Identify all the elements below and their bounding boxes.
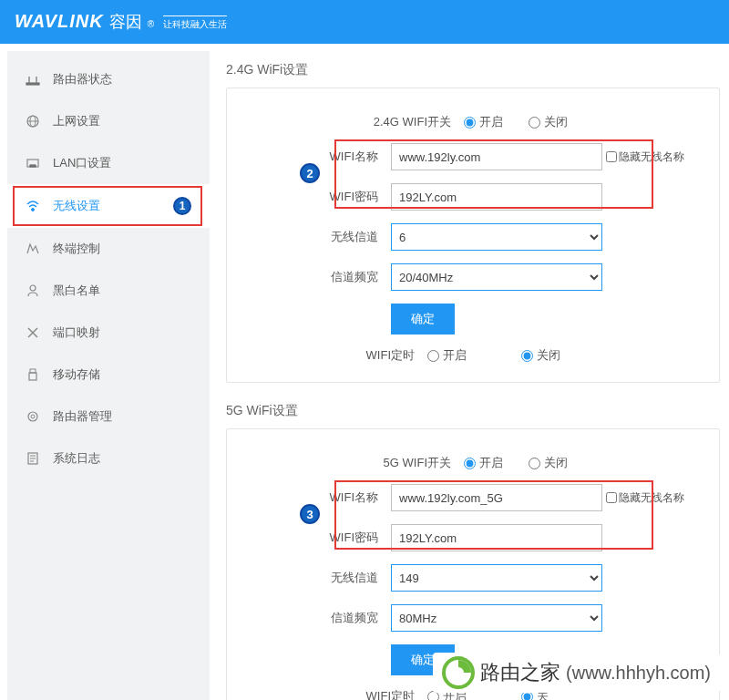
label-24g-channel: 无线信道 <box>227 229 391 245</box>
user-icon <box>26 283 40 298</box>
watermark-text: 路由之家 <box>480 659 560 686</box>
lan-icon <box>26 156 40 170</box>
label-5g-timer: WIFI定时 <box>227 688 427 700</box>
watermark-icon <box>442 656 475 689</box>
input-5g-pwd[interactable] <box>391 524 602 551</box>
sidebar-item-lan[interactable]: LAN口设置 <box>7 142 210 184</box>
svg-rect-13 <box>29 373 36 380</box>
label-24g-switch: 2.4G WIFI开关 <box>227 114 464 130</box>
router-status-icon <box>26 72 40 87</box>
radio-24g-off[interactable]: 关闭 <box>529 114 568 130</box>
sidebar-label: 端口映射 <box>53 324 100 341</box>
svg-rect-0 <box>26 83 39 85</box>
label-5g-pwd: WIFI密码 <box>227 530 391 546</box>
sidebar-label: 路由器状态 <box>53 71 112 88</box>
input-24g-name[interactable] <box>391 143 602 170</box>
radio-24g-timer-off[interactable]: 关闭 <box>521 347 560 364</box>
sidebar-item-wan[interactable]: 上网设置 <box>7 100 210 142</box>
radio-5g-on[interactable]: 开启 <box>464 455 503 471</box>
label-5g-switch: 5G WIFI开关 <box>227 455 464 471</box>
svg-point-15 <box>31 415 35 418</box>
sidebar-label: 系统日志 <box>53 450 100 467</box>
header: WAVLINK 容因 ® 让科技融入生活 <box>0 0 729 44</box>
label-24g-pwd: WIFI密码 <box>227 189 391 205</box>
button-24g-confirm[interactable]: 确定 <box>391 304 455 335</box>
svg-rect-12 <box>30 369 36 373</box>
radio-24g-on[interactable]: 开启 <box>464 114 503 130</box>
tools-icon <box>26 325 40 340</box>
sidebar-label: 路由器管理 <box>53 408 112 425</box>
sidebar-label: LAN口设置 <box>53 155 111 171</box>
globe-icon <box>26 114 40 129</box>
sidebar-item-clients[interactable]: 终端控制 <box>7 228 210 270</box>
registered-icon: ® <box>148 19 154 29</box>
checkbox-24g-hide[interactable]: 隐藏无线名称 <box>606 149 684 165</box>
radio-5g-off[interactable]: 关闭 <box>529 455 568 471</box>
svg-point-9 <box>30 285 36 291</box>
label-24g-timer: WIFI定时 <box>227 347 427 364</box>
highlight-box <box>13 186 202 226</box>
checkbox-5g-hide[interactable]: 隐藏无线名称 <box>606 490 684 506</box>
sidebar: 路由器状态 上网设置 LAN口设置 无线设置 1 终端控制 黑白名单 端口映射 <box>7 51 210 700</box>
sidebar-label: 上网设置 <box>53 113 100 129</box>
label-5g-channel: 无线信道 <box>227 570 391 586</box>
brand-cn: 容因 <box>109 11 142 33</box>
label-5g-bw: 信道频宽 <box>227 610 391 626</box>
sidebar-item-storage[interactable]: 移动存储 <box>7 354 210 396</box>
annotation-badge-2: 2 <box>300 163 320 183</box>
label-24g-bw: 信道频宽 <box>227 269 391 285</box>
sidebar-item-status[interactable]: 路由器状态 <box>7 58 210 100</box>
section-title-5g: 5G WiFi设置 <box>226 403 720 419</box>
watermark: 路由之家 (www.hhhyh.com) <box>433 653 720 693</box>
section-title-24g: 2.4G WiFi设置 <box>226 62 720 78</box>
sidebar-item-wireless[interactable]: 无线设置 1 <box>7 184 210 228</box>
sidebar-label: 终端控制 <box>53 241 100 257</box>
watermark-url: (www.hhhyh.com) <box>566 663 711 684</box>
sidebar-item-blacklist[interactable]: 黑白名单 <box>7 270 210 312</box>
gear-icon <box>26 409 40 424</box>
input-5g-name[interactable] <box>391 484 602 511</box>
radio-24g-timer-on[interactable]: 开启 <box>427 347 467 364</box>
svg-rect-7 <box>30 165 36 167</box>
annotation-badge-3: 3 <box>300 504 320 524</box>
select-24g-bw[interactable]: 20/40MHz <box>391 263 602 291</box>
sidebar-label: 黑白名单 <box>53 283 100 299</box>
usb-icon <box>26 367 40 382</box>
svg-point-14 <box>28 412 37 421</box>
select-24g-channel[interactable]: 6 <box>391 223 602 251</box>
clients-icon <box>26 242 40 256</box>
brand-logo: WAVLINK 容因 ® 让科技融入生活 <box>15 11 227 33</box>
select-5g-channel[interactable]: 149 <box>391 564 602 592</box>
log-icon <box>26 451 40 466</box>
select-5g-bw[interactable]: 80MHz <box>391 604 602 632</box>
sidebar-label: 移动存储 <box>53 366 100 383</box>
sidebar-item-portforward[interactable]: 端口映射 <box>7 312 210 354</box>
main-content: 2.4G WiFi设置 2 2.4G WIFI开关 开启 关闭 WIFI名称 隐… <box>210 44 729 700</box>
sidebar-item-log[interactable]: 系统日志 <box>7 438 210 479</box>
brand-name: WAVLINK <box>15 11 104 31</box>
input-24g-pwd[interactable] <box>391 183 602 211</box>
sidebar-item-admin[interactable]: 路由器管理 <box>7 396 210 438</box>
brand-tagline: 让科技融入生活 <box>163 15 227 31</box>
panel-24g: 2 2.4G WIFI开关 开启 关闭 WIFI名称 隐藏无线名称 WIFI密码… <box>226 88 720 383</box>
